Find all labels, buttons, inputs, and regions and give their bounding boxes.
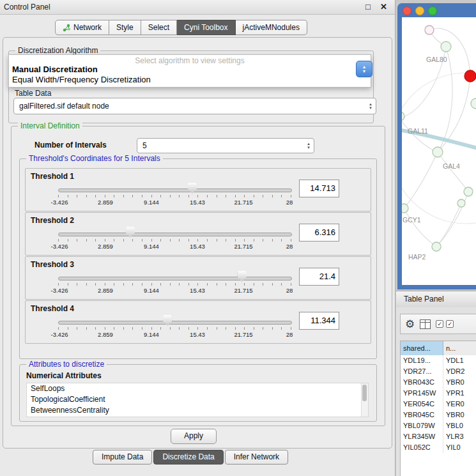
table-row[interactable]: YDL19...YDL1 bbox=[401, 355, 476, 366]
table-data-label: Table Data bbox=[15, 89, 51, 98]
table-row[interactable]: YBR043CYBR0 bbox=[401, 377, 476, 388]
table-cell: YDL1 bbox=[443, 355, 476, 366]
threshold-2-slider-track[interactable] bbox=[58, 233, 292, 236]
group-title: Interval Definition bbox=[18, 121, 82, 130]
window-controls bbox=[403, 6, 437, 15]
number-of-intervals-label: Number of Intervals bbox=[35, 141, 107, 150]
control-panel: Control Panel □ ✕ Network Style Select C… bbox=[0, 0, 395, 476]
table-row[interactable]: YPR145WYPR1 bbox=[401, 388, 476, 399]
network-node[interactable] bbox=[471, 98, 476, 109]
tab-impute-data[interactable]: Impute Data bbox=[93, 450, 152, 464]
table-toolbar: ⚙ ✓ ✓ bbox=[400, 314, 476, 334]
table-data-combobox[interactable]: galFiltered.sif default node ▲▼ bbox=[13, 98, 376, 114]
threshold-4-value-field[interactable]: 11.344 bbox=[299, 312, 339, 330]
slider-tick-ruler bbox=[58, 195, 291, 197]
algorithm-dropdown-popup: Select algorithm to view settings Manual… bbox=[8, 54, 371, 88]
slider-tick-ruler bbox=[58, 283, 291, 286]
attribute-item[interactable]: BetweennessCentrality bbox=[27, 405, 368, 416]
column-header-shared-name[interactable]: shared... bbox=[400, 341, 443, 355]
number-of-intervals-combobox[interactable]: 5 ▲▼ bbox=[137, 138, 314, 153]
table-row[interactable]: YLR345WYLR3 bbox=[401, 431, 476, 442]
network-canvas[interactable]: GAL80 GAL11 GAL4 GCY1 HAP2 bbox=[402, 17, 476, 285]
network-node-selected[interactable] bbox=[464, 70, 476, 82]
attribute-item[interactable]: TopologicalCoefficient bbox=[27, 394, 368, 405]
bottom-tab-bar: Impute Data Discretize Data Infer Networ… bbox=[93, 450, 288, 464]
tab-label: Style bbox=[116, 23, 134, 32]
tab-network[interactable]: Network bbox=[55, 20, 109, 35]
threshold-1-slider-track[interactable] bbox=[58, 188, 292, 192]
tab-style[interactable]: Style bbox=[109, 20, 141, 35]
apply-button[interactable]: Apply bbox=[171, 429, 217, 444]
network-node[interactable] bbox=[402, 204, 408, 213]
table-cell: YDL19... bbox=[401, 355, 443, 366]
network-graph: GAL80 GAL11 GAL4 GCY1 HAP2 bbox=[402, 17, 476, 285]
combo-value: galFiltered.sif default node bbox=[19, 102, 109, 111]
network-node[interactable] bbox=[464, 187, 473, 196]
table-cell: YBL079W bbox=[401, 420, 443, 431]
stepper-down-icon: ▼ bbox=[362, 69, 367, 73]
algorithm-combo-stepper[interactable]: ▲ ▼ bbox=[356, 61, 372, 77]
combo-arrows-icon: ▲▼ bbox=[307, 142, 311, 150]
network-node[interactable] bbox=[441, 42, 451, 52]
table-row[interactable]: YIL052CYIL0 bbox=[401, 442, 476, 453]
column-header-name[interactable]: n... bbox=[443, 341, 476, 355]
threshold-3-value-field[interactable]: 21.4 bbox=[299, 268, 339, 286]
network-node[interactable] bbox=[432, 242, 441, 251]
tab-cyni-toolbox[interactable]: Cyni Toolbox bbox=[177, 20, 235, 35]
table-row[interactable]: YER054CYER0 bbox=[401, 399, 476, 410]
tab-label: Select bbox=[148, 23, 169, 32]
float-window-icon[interactable]: □ bbox=[365, 2, 371, 12]
tab-infer-network[interactable]: Infer Network bbox=[225, 450, 288, 464]
zoom-window-icon[interactable] bbox=[428, 6, 437, 15]
table-cell: YPR1 bbox=[443, 388, 476, 399]
network-node[interactable] bbox=[402, 112, 404, 121]
column-selector-icon[interactable] bbox=[420, 319, 431, 329]
table-row[interactable]: YBL079WYBL0 bbox=[401, 420, 476, 431]
threshold-4-slider-track[interactable] bbox=[58, 321, 292, 325]
threshold-1-value-field[interactable]: 14.713 bbox=[299, 180, 339, 197]
numerical-attributes-list: SelfLoops TopologicalCoefficient Between… bbox=[26, 383, 369, 417]
interval-definition-group: Interval Definition Number of Intervals … bbox=[11, 126, 385, 426]
table-cell: YBL0 bbox=[443, 420, 476, 431]
dropdown-option-manual-discretization[interactable]: Manual Discretization bbox=[11, 65, 369, 74]
network-node[interactable] bbox=[433, 147, 443, 157]
table-cell: YER0 bbox=[443, 399, 476, 410]
slider-tick-ruler bbox=[58, 327, 291, 330]
control-panel-titlebar: Control Panel □ ✕ bbox=[0, 0, 395, 15]
group-title: Discretization Algorithm bbox=[15, 46, 100, 55]
table-cell: YIL0 bbox=[443, 442, 476, 453]
group-title: Threshold's Coordinates for 5 Intervals bbox=[26, 154, 163, 163]
scrollbar-thumb[interactable] bbox=[362, 385, 367, 401]
threshold-panel-2: Threshold 2 -3.4262.8599.14415.4321.7152… bbox=[25, 212, 371, 256]
node-label: HAP2 bbox=[408, 253, 426, 261]
slider-scale-labels: -3.4262.8599.14415.4321.71528 bbox=[47, 243, 302, 250]
tab-discretize-data[interactable]: Discretize Data bbox=[153, 450, 223, 464]
threshold-panel-4: Threshold 4 -3.4262.8599.14415.4321.7152… bbox=[25, 300, 371, 344]
minimize-window-icon[interactable] bbox=[415, 6, 424, 15]
close-icon[interactable]: ✕ bbox=[380, 2, 387, 12]
checkbox-icon[interactable]: ✓ bbox=[446, 320, 454, 328]
table-header-row: shared... n... bbox=[400, 341, 476, 356]
tab-jactivemnodules[interactable]: jActiveMNodules bbox=[236, 20, 307, 35]
threshold-label: Threshold 1 bbox=[31, 172, 74, 181]
threshold-panel-1: Threshold 1 -3.4262.8599.14415.4321.7152… bbox=[25, 168, 371, 211]
table-cell: YPR145W bbox=[401, 388, 443, 399]
table-row[interactable]: YBR045CYBR0 bbox=[401, 410, 476, 420]
network-node[interactable] bbox=[457, 199, 465, 207]
table-row[interactable]: YDR27...YDR2 bbox=[401, 366, 476, 377]
tab-select[interactable]: Select bbox=[141, 20, 177, 35]
threshold-3-slider-track[interactable] bbox=[58, 277, 292, 280]
threshold-label: Threshold 4 bbox=[31, 304, 74, 313]
table-rows: YDL19...YDL1 YDR27...YDR2 YBR043CYBR0 YP… bbox=[400, 355, 476, 476]
node-label: GAL11 bbox=[408, 127, 428, 135]
close-window-icon[interactable] bbox=[403, 6, 411, 15]
dropdown-option-equal-width-frequency[interactable]: Equal Width/Frequency Discretization bbox=[11, 75, 369, 84]
tab-label: Network bbox=[73, 23, 102, 32]
list-scrollbar[interactable] bbox=[361, 383, 368, 417]
gear-icon[interactable]: ⚙ bbox=[405, 318, 415, 331]
attribute-item[interactable]: SelfLoops bbox=[27, 383, 368, 394]
threshold-2-value-field[interactable]: 6.316 bbox=[299, 224, 339, 242]
checkbox-icon[interactable]: ✓ bbox=[436, 320, 443, 328]
network-node[interactable] bbox=[425, 26, 434, 35]
threshold-label: Threshold 3 bbox=[31, 260, 74, 269]
